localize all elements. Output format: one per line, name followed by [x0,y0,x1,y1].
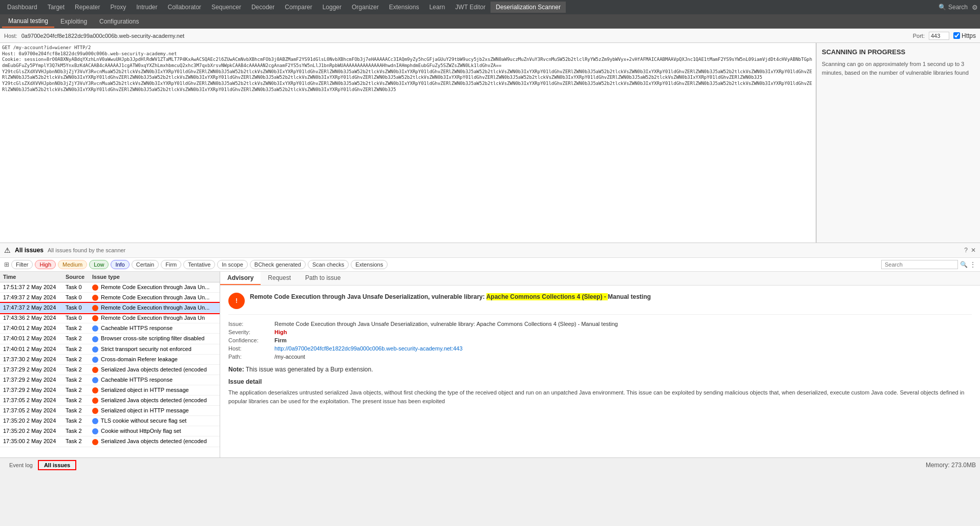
table-row[interactable]: 17:37:05 2 May 2024 Task 2 Serialized ob… [0,406,220,416]
nav-comparer[interactable]: Comparer [280,2,317,13]
issues-title: All issues [15,247,44,254]
https-checkbox[interactable] [953,32,960,39]
issues-menu-icon[interactable]: ⋮ [970,261,976,268]
table-row[interactable]: 17:40:01 2 May 2024 Task 2 Cacheable HTT… [0,323,220,334]
issue-main-title: Remote Code Execution through Java Unsaf… [250,292,651,302]
table-row[interactable]: 17:37:30 2 May 2024 Task 2 Cross-domain … [0,354,220,364]
table-row[interactable]: 17:37:05 2 May 2024 Task 2 Serialized Ja… [0,396,220,406]
cell-time: 17:43:36 2 May 2024 [0,313,62,323]
meta-host-value: http://0a9700e204fcf8e1822dc99a000c006b.… [274,345,462,352]
nav-organizer[interactable]: Organizer [347,2,384,13]
col-time: Time [0,272,62,282]
request-panel: GET /my-account?id=wiener HTTP/2 Host: 0… [0,43,816,243]
nav-sequencer[interactable]: Sequencer [206,2,246,13]
tab-advisory[interactable]: Advisory [220,272,261,285]
tab-path-to-issue[interactable]: Path to issue [298,272,348,285]
table-row[interactable]: 17:35:20 2 May 2024 Task 2 TLS cookie wi… [0,416,220,426]
note-label: Note: [228,366,244,373]
table-row[interactable]: 17:43:36 2 May 2024 Task 0 Remote Code E… [0,313,220,323]
issues-search-input[interactable] [881,260,958,269]
issue-title-part1: Remote Code Execution through Java Unsaf… [250,293,486,300]
tab-request[interactable]: Request [261,272,298,285]
issues-header: ⚠ All issues All issues found by the sca… [0,243,980,258]
warning-triangle-icon: ⚠ [4,246,11,254]
table-row[interactable]: 17:35:00 2 May 2024 Task 2 Serialized Ja… [0,436,220,447]
advisory-content-area: ! Remote Code Execution through Java Uns… [220,286,980,457]
filter-scan-checks-button[interactable]: Scan checks [308,260,349,269]
issues-content: Time Source Issue type 17:51:37 2 May 20… [0,272,980,457]
cell-issue: Serialized object in HTTP message [89,406,220,416]
nav-proxy[interactable]: Proxy [105,2,131,13]
table-row[interactable]: 17:40:01 2 May 2024 Task 2 Strict transp… [0,344,220,354]
cell-issue: Remote Code Execution through Java Un... [89,282,220,293]
cell-source: Task 2 [62,364,89,375]
filter-high-button[interactable]: High [35,260,56,269]
table-row[interactable]: 17:49:37 2 May 2024 Task 0 Remote Code E… [0,293,220,303]
filter-label[interactable]: Filter [11,260,33,269]
bottom-tab-all-issues[interactable]: All issues [38,460,76,470]
bottom-tab-event-log[interactable]: Event log [4,461,38,469]
table-row[interactable]: 17:51:37 2 May 2024 Task 0 Remote Code E… [0,282,220,293]
table-row[interactable]: 17:37:29 2 May 2024 Task 2 Cacheable HTT… [0,375,220,385]
filter-in-scope-button[interactable]: In scope [217,260,248,269]
scanning-text: Scanning can go on approximately from 1 … [822,60,975,77]
nav-intruder[interactable]: Intruder [131,2,162,13]
nav-extensions[interactable]: Extensions [384,2,424,13]
memory-label: Memory: 273.0MB [926,462,976,469]
nav-settings-button[interactable]: ⚙ [972,4,978,11]
tab-exploiting[interactable]: Exploiting [54,16,93,27]
nav-deserialization-scanner[interactable]: Deserialization Scanner [491,2,566,13]
help-icon[interactable]: ? [964,247,968,254]
table-row[interactable]: 17:40:01 2 May 2024 Task 2 Browser cross… [0,334,220,344]
nav-search-button[interactable]: 🔍 Search [939,4,968,11]
filter-bcheck-button[interactable]: BCheck generated [250,260,306,269]
cell-time: 17:37:29 2 May 2024 [0,364,62,375]
top-navigation: Dashboard Target Repeater Proxy Intruder… [0,0,980,14]
nav-collaborator[interactable]: Collaborator [163,2,206,13]
close-icon[interactable]: ✕ [971,247,976,254]
col-source: Source [62,272,89,282]
table-row[interactable]: 17:37:29 2 May 2024 Task 2 Serialized Ja… [0,364,220,375]
nav-decoder[interactable]: Decoder [246,2,280,13]
cell-time: 17:47:37 2 May 2024 [0,303,62,313]
issues-section: ⚠ All issues All issues found by the sca… [0,243,980,457]
sub-tabs-bar: Manual testing Exploiting Configurations [0,14,980,29]
nav-jwt-editor[interactable]: JWT Editor [450,2,491,13]
cell-source: Task 0 [62,313,89,323]
filter-certain-button[interactable]: Certain [132,260,159,269]
issue-severity-icon: ! [228,293,245,309]
filter-info-button[interactable]: Info [111,260,129,269]
filter-low-button[interactable]: Low [89,260,109,269]
nav-target[interactable]: Target [42,2,70,13]
note-content: This issue was generated by a Burp exten… [246,366,373,373]
cell-source: Task 0 [62,293,89,303]
filter-firm-button[interactable]: Firm [161,260,181,269]
cell-time: 17:37:29 2 May 2024 [0,385,62,395]
severity-icon [92,295,98,301]
filter-bar: ⊞ Filter High Medium Low Info Certain Fi… [0,258,980,272]
tab-configurations[interactable]: Configurations [93,16,145,27]
port-input[interactable] [929,32,949,40]
filter-medium-button[interactable]: Medium [58,260,87,269]
nav-repeater[interactable]: Repeater [70,2,105,13]
cell-issue: Remote Code Execution through Java Un... [89,293,220,303]
filter-tentative-button[interactable]: Tentative [183,260,215,269]
table-row[interactable]: 17:47:37 2 May 2024 Task 0 Remote Code E… [0,303,220,313]
table-row[interactable]: 17:37:29 2 May 2024 Task 2 Serialized ob… [0,385,220,395]
meta-confidence-label: Confidence: [228,337,274,343]
cell-issue: Cacheable HTTPS response [89,375,220,385]
note-text: Note: This issue was generated by a Burp… [228,366,972,373]
filter-extensions-button[interactable]: Extensions [351,260,388,269]
severity-icon [92,336,98,342]
cell-issue: Serialized Java objects detected (encode… [89,396,220,406]
nav-dashboard[interactable]: Dashboard [2,2,42,13]
nav-learn[interactable]: Learn [424,2,450,13]
cell-time: 17:37:30 2 May 2024 [0,354,62,364]
cell-time: 17:37:05 2 May 2024 [0,406,62,416]
severity-icon [92,325,98,332]
cell-time: 17:35:00 2 May 2024 [0,436,62,447]
nav-logger[interactable]: Logger [317,2,347,13]
memory-indicator: Memory: 273.0MB [926,462,976,469]
tab-manual-testing[interactable]: Manual testing [2,15,54,28]
table-row[interactable]: 17:35:20 2 May 2024 Task 2 Cookie withou… [0,426,220,436]
